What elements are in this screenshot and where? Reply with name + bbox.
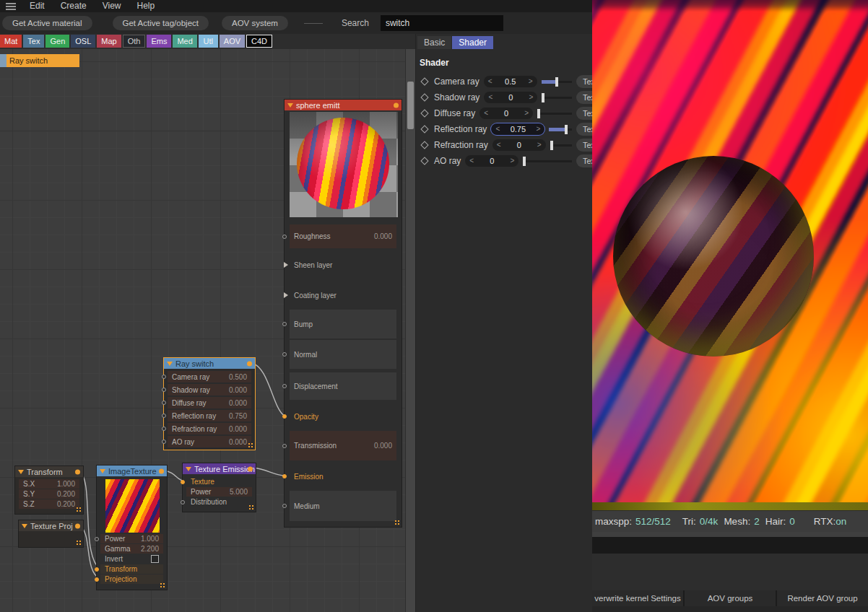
slider-handle[interactable] [555,77,558,87]
input-port-distribution[interactable] [181,500,185,504]
expand-arrow-icon[interactable] [284,262,288,268]
tab-basic[interactable]: Basic [417,36,451,49]
node-resize-handle[interactable] [76,540,82,546]
ao-ray-texture-button[interactable]: Tex [576,154,592,167]
node-header[interactable]: ImageTexture [97,465,167,476]
node-header[interactable]: Texture Emission [183,463,256,474]
node-header[interactable]: Texture Proj [19,520,83,531]
overwrite-kernel-settings-button[interactable]: verwrite kernel Settings [592,590,683,606]
node-resize-handle[interactable] [248,504,254,510]
diffuse-ray-slider[interactable] [537,109,572,118]
reflection-ray-slider[interactable] [549,125,572,134]
row-power[interactable]: Power 5.000 [186,487,252,497]
output-port[interactable] [159,468,164,473]
menu-create[interactable]: Create [53,0,95,12]
row-coating-layer[interactable]: Coating layer [290,289,396,301]
row-shadow-ray[interactable]: Shadow ray 0.000 [168,384,251,395]
tab-mat[interactable]: Mat [0,35,22,48]
input-port[interactable] [162,440,166,444]
slider-handle[interactable] [537,109,540,118]
input-port-medium[interactable] [282,504,287,508]
shadow-ray-spinner[interactable]: < 0 > [484,92,537,103]
row-refraction-ray[interactable]: Refraction ray 0.000 [168,423,251,434]
refraction-ray-spinner[interactable]: < 0 > [492,139,546,151]
input-port[interactable] [162,427,166,431]
input-port-emission-connected[interactable] [282,474,287,478]
ao-ray-slider[interactable] [523,157,572,166]
row-camera-ray[interactable]: Camera ray 0.500 [168,371,251,382]
camera-ray-slider[interactable] [542,77,572,87]
tab-osl[interactable]: OSL [71,35,95,48]
get-active-material-button[interactable]: Get Active material [2,16,92,30]
input-port[interactable] [162,401,166,405]
refraction-ray-slider[interactable] [550,141,572,150]
collapse-triangle-icon[interactable] [186,467,191,471]
row-medium[interactable]: Medium [290,491,396,521]
camera-ray-texture-button[interactable]: Tex [576,75,592,88]
increment-arrow-icon[interactable]: > [511,157,515,165]
tab-aov[interactable]: AOV [220,35,245,48]
input-port-transmission[interactable] [282,444,287,448]
row-transform[interactable]: Transform [100,564,163,574]
tab-oth[interactable]: Oth [123,35,146,48]
reflection-ray-texture-button[interactable]: Tex [576,123,592,136]
node-header[interactable]: Transform [15,466,83,477]
slider-handle[interactable] [550,141,553,150]
collapse-triangle-icon[interactable] [287,103,293,108]
tab-map[interactable]: Map [97,35,121,48]
row-sx[interactable]: S.X 1.000 [19,479,79,489]
input-port-transform-connected[interactable] [95,567,99,572]
collapse-triangle-icon[interactable] [18,470,24,474]
ao-ray-spinner[interactable]: < 0 > [465,155,518,167]
render-aov-group-button[interactable]: Render AOV group [777,590,868,606]
input-port-texture-connected[interactable] [181,480,185,484]
input-port-normal[interactable] [282,352,287,357]
input-port[interactable] [162,414,166,418]
node-ray-switch[interactable]: Ray switch Camera ray 0.500 Shadow ray [163,357,256,450]
node-resize-handle[interactable] [76,507,82,512]
increment-arrow-icon[interactable]: > [529,94,534,101]
menu-view[interactable]: View [95,0,129,12]
aov-groups-button[interactable]: AOV groups [685,590,776,606]
slider-handle[interactable] [565,125,568,134]
aov-system-button[interactable]: AOV system [222,16,288,30]
shadow-ray-slider[interactable] [542,93,572,102]
input-port-power[interactable] [95,537,99,541]
tab-ems[interactable]: Ems [147,35,171,48]
input-port-roughness[interactable] [282,235,287,239]
tab-utl[interactable]: Utl [199,35,218,48]
input-port-displacement[interactable] [282,384,287,388]
output-port[interactable] [75,469,80,474]
input-port[interactable] [162,388,166,392]
collapse-triangle-icon[interactable] [167,362,173,366]
increment-arrow-icon[interactable]: > [537,141,542,149]
row-bump[interactable]: Bump [290,310,396,338]
invert-checkbox[interactable] [151,555,159,563]
input-port-opacity-connected[interactable] [282,414,287,419]
row-displacement[interactable]: Displacement [290,372,396,400]
row-transmission[interactable]: Transmission 0.000 [290,431,396,460]
row-ao-ray[interactable]: AO ray 0.000 [168,436,251,447]
output-port[interactable] [247,361,252,366]
node-header[interactable]: sphere emitt [285,100,402,110]
node-list-item-ray-switch[interactable]: Ray switch [0,54,79,67]
search-input[interactable] [381,15,503,31]
row-reflection-ray[interactable]: Reflection ray 0.750 [168,410,251,421]
collapse-triangle-icon[interactable] [100,469,105,473]
expand-arrow-icon[interactable] [284,292,288,298]
row-sz[interactable]: S.Z 0.200 [19,499,79,509]
tab-shader[interactable]: Shader [452,36,493,49]
get-active-tag-object-button[interactable]: Get Active tag/object [113,16,209,30]
node-resize-handle[interactable] [394,520,400,525]
node-resize-handle[interactable] [160,582,165,588]
hamburger-menu-icon[interactable] [0,3,22,10]
slider-handle[interactable] [542,93,544,102]
node-texture-proj[interactable]: Texture Proj [18,520,84,548]
node-texture-emission[interactable]: Texture Emission Texture Power 5.000 [182,463,256,512]
input-port-bump[interactable] [282,322,287,326]
tab-tex[interactable]: Tex [23,35,44,48]
row-projection[interactable]: Projection [100,574,163,584]
tab-gen[interactable]: Gen [45,35,69,48]
shadow-ray-texture-button[interactable]: Tex [576,91,592,104]
row-gamma[interactable]: Gamma 2.200 [100,544,163,554]
